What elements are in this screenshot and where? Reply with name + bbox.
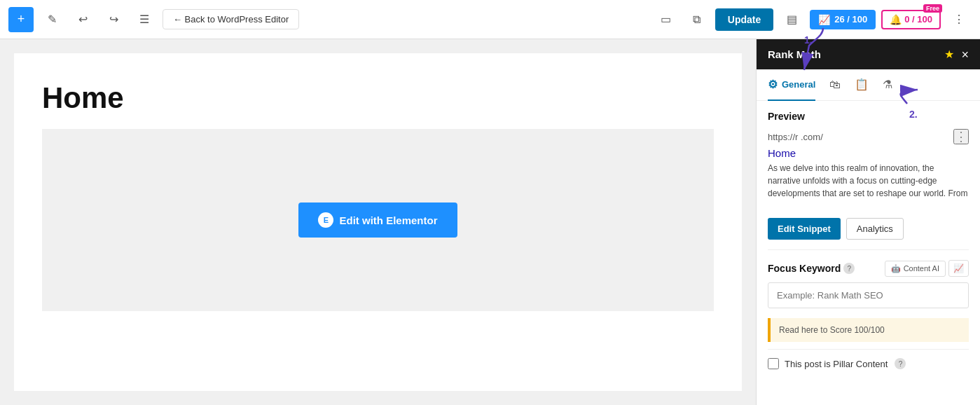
pillar-content-row: This post is Pillar Content ? — [757, 350, 980, 378]
tab-general[interactable]: ⚙ General — [768, 69, 815, 101]
focus-keyword-label: Focus Keyword — [768, 263, 841, 274]
focus-keyword-input[interactable] — [768, 282, 969, 308]
close-button[interactable]: × — [961, 48, 969, 61]
trend-button[interactable]: 📈 — [948, 260, 969, 277]
social-icon: 🛍 — [829, 78, 841, 91]
free-badge: Free — [923, 4, 942, 13]
pencil-icon[interactable]: ✎ — [39, 7, 64, 32]
edit-snippet-button[interactable]: Edit Snippet — [768, 218, 841, 240]
tab-social[interactable]: 🛍 — [829, 70, 841, 101]
preview-url-text: https://r .com/ — [768, 132, 823, 142]
redo-icon[interactable]: ↪ — [101, 7, 126, 32]
undo-icon[interactable]: ↩ — [70, 7, 95, 32]
rank-math-sidebar: Rank Math ★ × ⚙ General 🛍 📋 ⚗ Prev — [756, 39, 980, 405]
focus-keyword-section: Focus Keyword ? 🤖 Content AI 📈 — [757, 250, 980, 318]
preview-section-title: Preview — [768, 111, 969, 122]
canvas-inner: Home E Edit with Elementor — [14, 53, 742, 391]
analytics-button[interactable]: Analytics — [846, 218, 904, 240]
preview-url-row: https://r .com/ ⋮ — [768, 129, 969, 144]
menu-icon[interactable]: ☰ — [132, 7, 157, 32]
seo-score-pink-button[interactable]: Free 🔔 0 / 100 — [881, 10, 941, 29]
toolbar-right: ▭ ⧉ Update ▤ 📈 26 / 100 Free 🔔 0 / 100 ⋮ — [654, 7, 972, 32]
pillar-help-icon[interactable]: ? — [895, 358, 906, 369]
desktop-preview-icon[interactable]: ▭ — [654, 7, 679, 32]
preview-section: Preview https://r .com/ ⋮ Home As we del… — [757, 101, 980, 210]
rank-math-title: Rank Math — [768, 48, 821, 60]
focus-kw-tools: 🤖 Content AI 📈 — [885, 260, 969, 277]
content-ai-button[interactable]: 🤖 Content AI — [885, 261, 946, 277]
advanced-icon: ⚗ — [883, 78, 892, 91]
tab-general-label: General — [782, 79, 815, 90]
elementor-icon: E — [318, 212, 333, 228]
pillar-content-checkbox[interactable] — [768, 358, 779, 369]
edit-area: E Edit with Elementor — [42, 129, 714, 311]
edit-with-elementor-button[interactable]: E Edit with Elementor — [298, 202, 457, 238]
tab-schema[interactable]: 📋 — [855, 69, 869, 101]
update-button[interactable]: Update — [715, 8, 773, 31]
rank-math-header: Rank Math ★ × — [757, 39, 980, 69]
preview-action-buttons: Edit Snippet Analytics — [757, 218, 980, 249]
star-button[interactable]: ★ — [944, 48, 954, 61]
rm-tabs: ⚙ General 🛍 📋 ⚗ — [757, 69, 980, 101]
focus-keyword-header: Focus Keyword ? 🤖 Content AI 📈 — [768, 260, 969, 277]
seo-score-green-button[interactable]: 📈 26 / 100 — [810, 10, 876, 29]
page-title: Home — [14, 53, 742, 129]
main-layout: Home E Edit with Elementor Rank Math ★ × — [0, 39, 980, 405]
preview-description: As we delve into this realm of innovatio… — [768, 162, 969, 200]
rm-header-actions: ★ × — [944, 48, 969, 61]
gear-icon: ⚙ — [768, 78, 778, 91]
focus-kw-label-group: Focus Keyword ? — [768, 263, 855, 274]
score-tip: Read here to Score 100/100 — [768, 318, 969, 342]
score-tip-text: Read here to Score 100/100 — [779, 325, 885, 335]
focus-keyword-help-icon[interactable]: ? — [843, 263, 855, 274]
canvas-area: Home E Edit with Elementor — [0, 39, 756, 405]
toolbar: + ✎ ↩ ↪ ☰ ← Back to WordPress Editor ▭ ⧉… — [0, 0, 980, 39]
layout-icon[interactable]: ▤ — [779, 7, 804, 32]
tab-advanced[interactable]: ⚗ — [883, 69, 892, 101]
preview-more-button[interactable]: ⋮ — [953, 129, 969, 144]
content-ai-icon: 🤖 — [891, 264, 901, 273]
toolbar-left: + ✎ ↩ ↪ ☰ ← Back to WordPress Editor — [8, 7, 299, 32]
preview-link[interactable]: Home — [768, 147, 969, 159]
pillar-content-label: This post is Pillar Content — [785, 359, 888, 369]
more-options-icon[interactable]: ⋮ — [946, 7, 972, 32]
schema-icon: 📋 — [855, 78, 869, 91]
back-to-wp-editor-button[interactable]: ← Back to WordPress Editor — [163, 9, 299, 29]
add-button[interactable]: + — [8, 7, 34, 32]
external-link-icon[interactable]: ⧉ — [684, 7, 710, 32]
